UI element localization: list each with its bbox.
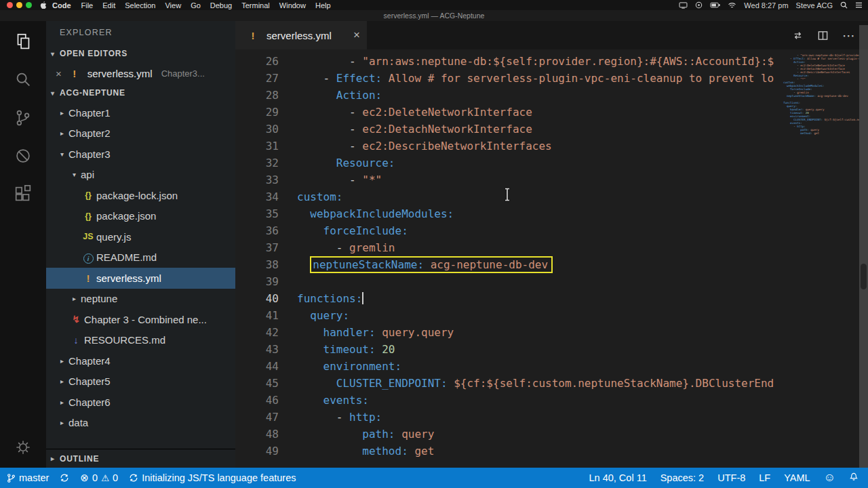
file-label: query.js xyxy=(96,231,131,243)
scrollbar-thumb[interactable] xyxy=(861,264,867,289)
menu-app-name[interactable]: Code xyxy=(52,1,71,9)
close-editor-icon[interactable]: × xyxy=(56,68,62,79)
search-icon[interactable] xyxy=(13,70,33,90)
menu-help[interactable]: Help xyxy=(315,1,331,9)
menu-debug[interactable]: Debug xyxy=(210,1,232,9)
line-number[interactable]: 42 xyxy=(235,324,279,341)
eol-setting[interactable]: LF xyxy=(759,472,770,483)
line-number[interactable]: 28 xyxy=(235,87,279,104)
line-number[interactable]: 45 xyxy=(235,375,279,392)
volume-icon[interactable] xyxy=(695,1,703,9)
line-number[interactable]: 49 xyxy=(235,443,279,460)
file-label: Chapter5 xyxy=(68,375,111,387)
cursor-position[interactable]: Ln 40, Col 11 xyxy=(589,472,647,483)
outline-section-label: OUTLINE xyxy=(60,454,99,464)
tree-item-resources-md[interactable]: ↓RESOURCES.md xyxy=(46,330,235,351)
line-number[interactable]: 47 xyxy=(235,409,279,426)
tree-item-chapter4[interactable]: ▸Chapter4 xyxy=(46,350,235,371)
maximize-window-button[interactable] xyxy=(26,2,32,8)
airplay-icon[interactable] xyxy=(679,2,688,9)
debug-icon[interactable] xyxy=(13,146,33,166)
encoding-setting[interactable]: UTF-8 xyxy=(717,472,745,483)
menubar-user[interactable]: Steve ACG xyxy=(796,1,833,9)
tree-item-chapter6[interactable]: ▸Chapter6 xyxy=(46,392,235,413)
outline-section-header[interactable]: ▸ OUTLINE xyxy=(46,449,235,468)
tree-item-chapter2[interactable]: ▸Chapter2 xyxy=(46,123,235,144)
tree-item-package-json[interactable]: {}package.json xyxy=(46,206,235,227)
line-number[interactable]: 33 xyxy=(235,171,279,188)
more-actions-icon[interactable]: ⋯ xyxy=(842,29,856,42)
line-number[interactable]: 46 xyxy=(235,392,279,409)
close-window-button[interactable] xyxy=(7,2,13,8)
battery-icon[interactable] xyxy=(710,2,720,8)
compare-changes-icon[interactable] xyxy=(792,30,804,41)
line-number[interactable]: 29 xyxy=(235,104,279,121)
line-number[interactable]: 48 xyxy=(235,426,279,443)
tree-item-data[interactable]: ▸data xyxy=(46,413,235,434)
notification-center-icon[interactable] xyxy=(855,2,863,8)
tree-item-serverless-yml[interactable]: !serverless.yml xyxy=(46,268,235,289)
extensions-icon[interactable] xyxy=(13,184,33,204)
notifications-bell-icon[interactable] xyxy=(849,472,859,484)
tab-close-icon[interactable]: × xyxy=(353,28,360,42)
tree-item-neptune[interactable]: ▸neptune xyxy=(46,289,235,310)
open-editor-serverless-yml[interactable]: × ! serverless.yml Chapter3... xyxy=(46,63,235,83)
line-number[interactable]: 27 xyxy=(235,70,279,87)
menu-go[interactable]: Go xyxy=(191,1,201,9)
code-area[interactable]: - "arn:aws:neptune-db:${self:provider.re… xyxy=(279,53,868,468)
tree-item-query-js[interactable]: JSquery.js xyxy=(46,226,235,247)
menu-selection[interactable]: Selection xyxy=(125,1,155,9)
tree-item-chapter1[interactable]: ▸Chapter1 xyxy=(46,102,235,123)
line-number[interactable]: 36 xyxy=(235,222,279,239)
tab-serverless-yml[interactable]: ! serverless.yml × xyxy=(235,21,367,49)
tree-item-api[interactable]: ▾api xyxy=(46,165,235,186)
line-number[interactable]: 26 xyxy=(235,53,279,70)
line-number[interactable]: 44 xyxy=(235,358,279,375)
line-number[interactable]: 38 xyxy=(235,256,279,273)
line-number[interactable]: 37 xyxy=(235,239,279,256)
line-number[interactable]: 30 xyxy=(235,121,279,138)
settings-gear-icon[interactable] xyxy=(14,438,33,457)
indentation-setting[interactable]: Spaces: 2 xyxy=(660,472,705,483)
menubar-clock[interactable]: Wed 8:27 pm xyxy=(744,1,788,9)
sidebar-title: EXPLORER xyxy=(46,21,235,44)
tree-item-package-lock-json[interactable]: {}package-lock.json xyxy=(46,185,235,206)
menu-file[interactable]: File xyxy=(81,1,94,9)
minimize-window-button[interactable] xyxy=(16,2,22,8)
problems-indicator[interactable]: ⊗ 0 ⚠ 0 xyxy=(80,472,118,484)
menu-view[interactable]: View xyxy=(165,1,181,9)
language-mode[interactable]: YAML xyxy=(784,472,810,483)
folder-section-header[interactable]: ▾ ACG-NEPTUNE xyxy=(46,83,235,102)
chevron-right-icon: ▸ xyxy=(56,399,68,406)
line-number[interactable]: 35 xyxy=(235,205,279,222)
line-number[interactable]: 31 xyxy=(235,138,279,155)
apple-menu-icon[interactable] xyxy=(40,1,47,9)
line-number[interactable]: 39 xyxy=(235,273,279,290)
tree-item-readme-md[interactable]: iREADME.md xyxy=(46,247,235,268)
minimap[interactable]: - "arn:aws:neptune-db:${self:provider.re… xyxy=(781,49,859,468)
open-editors-header[interactable]: ▾ OPEN EDITORS xyxy=(46,44,235,63)
tree-item-chapter3[interactable]: ▾Chapter3 xyxy=(46,144,235,165)
line-number[interactable]: 34 xyxy=(235,188,279,205)
feedback-smiley-icon[interactable]: ☺ xyxy=(824,471,835,485)
tree-item-chapter5[interactable]: ▸Chapter5 xyxy=(46,371,235,392)
spotlight-icon[interactable] xyxy=(840,1,848,9)
explorer-icon[interactable] xyxy=(13,32,33,52)
line-number[interactable]: 43 xyxy=(235,341,279,358)
menu-terminal[interactable]: Terminal xyxy=(241,1,270,9)
file-label: package-lock.json xyxy=(96,190,178,201)
wifi-icon[interactable] xyxy=(728,2,736,9)
branch-indicator[interactable]: master xyxy=(7,472,49,483)
source-control-icon[interactable] xyxy=(13,108,33,128)
menu-window[interactable]: Window xyxy=(279,1,306,9)
line-number[interactable]: 41 xyxy=(235,307,279,324)
menu-edit[interactable]: Edit xyxy=(102,1,115,9)
tree-item-chapter-3-combined-ne[interactable]: ↯Chapter 3 - Combined ne... xyxy=(46,309,235,330)
status-message-text: Initializing JS/TS language features xyxy=(142,472,296,483)
line-number[interactable]: 32 xyxy=(235,155,279,171)
file-label: Chapter6 xyxy=(68,396,111,408)
sync-button[interactable] xyxy=(60,473,69,483)
line-number[interactable]: 40 xyxy=(235,290,279,307)
status-message[interactable]: Initializing JS/TS language features xyxy=(129,472,296,483)
split-editor-icon[interactable] xyxy=(817,30,829,41)
